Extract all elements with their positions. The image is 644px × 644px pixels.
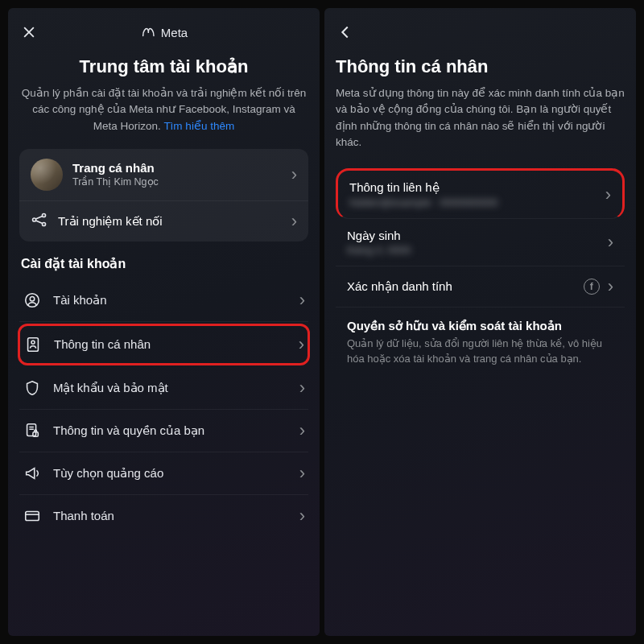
contact-label: Thông tin liên hệ: [349, 180, 597, 195]
dob-value: tháng 0, 0000: [347, 244, 600, 256]
credit-card-icon: [23, 506, 42, 526]
row-birthday[interactable]: Ngày sinh tháng 0, 0000 ›: [336, 219, 625, 266]
chevron-right-icon: ›: [299, 334, 304, 355]
contact-value: hidden@example · 0000000000: [349, 196, 597, 208]
user-circle-icon: [23, 291, 42, 310]
page-title: Trung tâm tài khoản: [19, 56, 308, 77]
chevron-right-icon: ›: [291, 164, 297, 185]
item-accounts[interactable]: Tài khoản ›: [19, 279, 308, 322]
profile-label: Trang cá nhân: [72, 161, 282, 175]
chevron-right-icon: ›: [299, 290, 305, 311]
item-personal-info[interactable]: Thông tin cá nhân ›: [18, 324, 310, 365]
connected-label: Trải nghiệm kết nối: [58, 214, 282, 229]
chevron-right-icon: ›: [299, 506, 305, 526]
item-info-permissions[interactable]: Thông tin và quyền của bạn ›: [19, 410, 308, 452]
row-identity-verify[interactable]: Xác nhận danh tính f ›: [336, 266, 625, 308]
brand-label: Meta: [161, 26, 188, 39]
svg-point-1: [42, 213, 45, 217]
chevron-right-icon: ›: [608, 232, 613, 253]
id-card-icon: [23, 335, 43, 354]
avatar: [31, 159, 63, 191]
svg-rect-9: [26, 511, 39, 520]
section-header: Cài đặt tài khoản: [21, 256, 308, 271]
fb-letter: f: [590, 281, 593, 292]
chevron-right-icon: ›: [299, 378, 305, 398]
chevron-right-icon: ›: [605, 184, 611, 205]
item-label: Tài khoản: [53, 293, 288, 308]
profile-row[interactable]: Trang cá nhân Trần Thị Kim Ngọc ›: [19, 149, 308, 200]
item-password-security[interactable]: Mật khẩu và bảo mật ›: [19, 367, 308, 410]
profile-name: Trần Thị Kim Ngọc: [72, 175, 282, 188]
chevron-right-icon: ›: [299, 420, 305, 441]
dob-label: Ngày sinh: [347, 229, 600, 242]
megaphone-icon: [23, 464, 42, 483]
item-label: Thanh toán: [53, 509, 288, 522]
shield-icon: [23, 378, 42, 398]
item-payments[interactable]: Thanh toán ›: [19, 495, 308, 537]
row-contact-info[interactable]: Thông tin liên hệ hidden@example · 00000…: [336, 168, 625, 219]
learn-more-link[interactable]: Tìm hiểu thêm: [163, 120, 234, 132]
facebook-badge-icon: f: [584, 279, 600, 295]
back-icon[interactable]: [336, 23, 355, 41]
svg-point-6: [31, 341, 35, 344]
accounts-center-panel: Meta Trung tâm tài khoản Quản lý phần cà…: [8, 8, 320, 636]
connected-experiences-row[interactable]: Trải nghiệm kết nối ›: [19, 200, 308, 242]
ownership-desc: Quản lý dữ liệu, sửa đổi người liên hệ t…: [347, 336, 613, 367]
document-lock-icon: [23, 421, 42, 440]
ownership-label: Quyền sở hữu và kiểm soát tài khoản: [347, 319, 613, 333]
meta-logo-icon: [140, 27, 156, 38]
page-title: Thông tin cá nhân: [336, 56, 625, 77]
row-ownership-control[interactable]: Quyền sở hữu và kiểm soát tài khoản Quản…: [336, 308, 625, 372]
item-label: Mật khẩu và bảo mật: [53, 381, 288, 395]
personal-info-panel: Thông tin cá nhân Meta sử dụng thông tin…: [324, 8, 636, 636]
svg-point-2: [42, 222, 45, 225]
network-icon: [31, 211, 48, 232]
close-icon[interactable]: [19, 24, 39, 40]
svg-point-4: [30, 296, 35, 301]
chevron-right-icon: ›: [608, 276, 613, 297]
page-desc: Meta sử dụng thông tin này để xác minh d…: [336, 85, 625, 151]
item-label: Thông tin cá nhân: [54, 337, 287, 351]
top-bar-left: Meta: [19, 19, 308, 45]
svg-point-0: [33, 218, 36, 221]
meta-brand: Meta: [140, 26, 188, 39]
chevron-right-icon: ›: [291, 211, 297, 232]
profile-card: Trang cá nhân Trần Thị Kim Ngọc › Trải n…: [19, 149, 308, 242]
item-label: Tùy chọn quảng cáo: [53, 466, 288, 481]
top-bar-right: [336, 19, 625, 45]
item-ad-preferences[interactable]: Tùy chọn quảng cáo ›: [19, 452, 308, 495]
page-desc: Quản lý phần cài đặt tài khoản và trải n…: [19, 85, 308, 134]
chevron-right-icon: ›: [299, 463, 305, 484]
identity-label: Xác nhận danh tính: [347, 279, 576, 294]
item-label: Thông tin và quyền của bạn: [53, 423, 288, 438]
